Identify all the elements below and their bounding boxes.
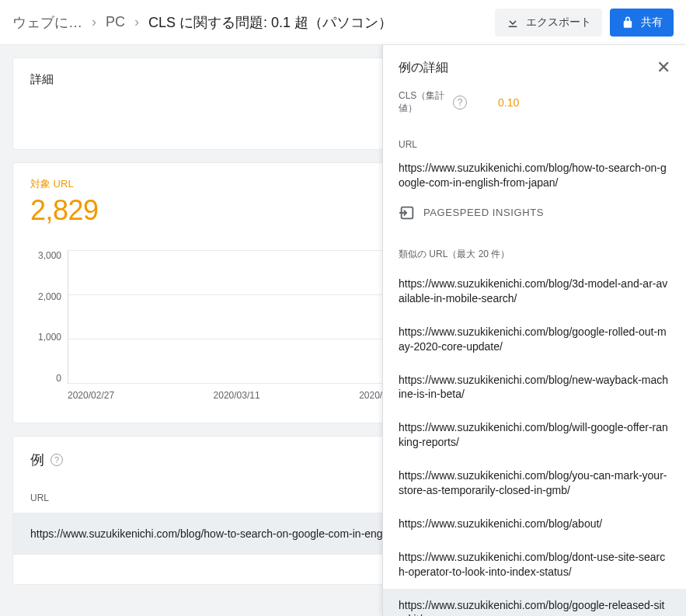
detail-drawer: 例の詳細 ✕ CLS（集計値） ? 0.10 URL https://www.s… bbox=[382, 45, 686, 616]
export-button[interactable]: エクスポート bbox=[495, 9, 602, 37]
x-tick: 2020/03/11 bbox=[214, 390, 260, 405]
similar-url-item[interactable]: https://www.suzukikenichi.com/blog/dont-… bbox=[383, 541, 686, 589]
top-actions: エクスポート 共有 bbox=[495, 9, 674, 37]
export-label: エクスポート bbox=[526, 16, 591, 30]
similar-url-item[interactable]: https://www.suzukikenichi.com/blog/googl… bbox=[383, 315, 686, 364]
y-tick: 0 bbox=[30, 373, 61, 384]
y-tick: 1,000 bbox=[30, 332, 61, 343]
similar-url-item[interactable]: https://www.suzukikenichi.com/blog/will-… bbox=[383, 411, 686, 459]
drawer-header: 例の詳細 ✕ bbox=[383, 45, 686, 90]
cls-label: CLS（集計値） bbox=[399, 90, 445, 114]
lock-icon bbox=[621, 16, 635, 30]
similar-heading: 類似の URL（最大 20 件） bbox=[383, 235, 686, 267]
x-tick: 2020/02/27 bbox=[68, 390, 114, 405]
breadcrumb-mid[interactable]: PC bbox=[106, 14, 125, 30]
share-button[interactable]: 共有 bbox=[610, 9, 674, 37]
y-axis: 3,000 2,000 1,000 0 bbox=[30, 250, 61, 384]
y-tick: 2,000 bbox=[30, 291, 61, 302]
similar-url-item[interactable]: https://www.suzukikenichi.com/blog/about… bbox=[383, 507, 686, 541]
breadcrumb-leaf: CLS に関する問題: 0.1 超（パソコン） bbox=[148, 13, 392, 32]
top-bar: ウェブに… › PC › CLS に関する問題: 0.1 超（パソコン） エクス… bbox=[0, 0, 686, 45]
drawer-title: 例の詳細 bbox=[399, 60, 448, 76]
chevron-right-icon: › bbox=[134, 14, 139, 30]
similar-url-item[interactable]: https://www.suzukikenichi.com/blog/3d-mo… bbox=[383, 267, 686, 315]
drawer-main-url: https://www.suzukikenichi.com/blog/how-t… bbox=[383, 156, 686, 201]
similar-url-item[interactable]: https://www.suzukikenichi.com/blog/new-w… bbox=[383, 364, 686, 412]
breadcrumb-root[interactable]: ウェブに… bbox=[12, 13, 82, 32]
open-icon bbox=[399, 204, 416, 221]
close-icon[interactable]: ✕ bbox=[656, 59, 670, 76]
help-icon[interactable]: ? bbox=[453, 96, 467, 110]
chevron-right-icon: › bbox=[92, 14, 96, 30]
cls-section: CLS（集計値） ? 0.10 bbox=[383, 90, 686, 127]
similar-url-item[interactable]: https://www.suzukikenichi.com/blog/googl… bbox=[383, 589, 686, 616]
cls-value: 0.10 bbox=[498, 96, 519, 109]
similar-url-list: https://www.suzukikenichi.com/blog/3d-mo… bbox=[383, 267, 686, 616]
examples-title: 例 bbox=[30, 451, 44, 469]
similar-url-item[interactable]: https://www.suzukikenichi.com/blog/you-c… bbox=[383, 459, 686, 507]
pagespeed-link[interactable]: PAGESPEED INSIGHTS bbox=[383, 201, 686, 235]
url-heading: URL bbox=[383, 127, 686, 156]
pagespeed-label: PAGESPEED INSIGHTS bbox=[423, 207, 544, 218]
share-label: 共有 bbox=[641, 16, 663, 30]
help-icon[interactable]: ? bbox=[50, 454, 63, 466]
breadcrumb: ウェブに… › PC › CLS に関する問題: 0.1 超（パソコン） bbox=[12, 13, 495, 32]
download-icon bbox=[506, 16, 520, 30]
y-tick: 3,000 bbox=[30, 250, 61, 261]
